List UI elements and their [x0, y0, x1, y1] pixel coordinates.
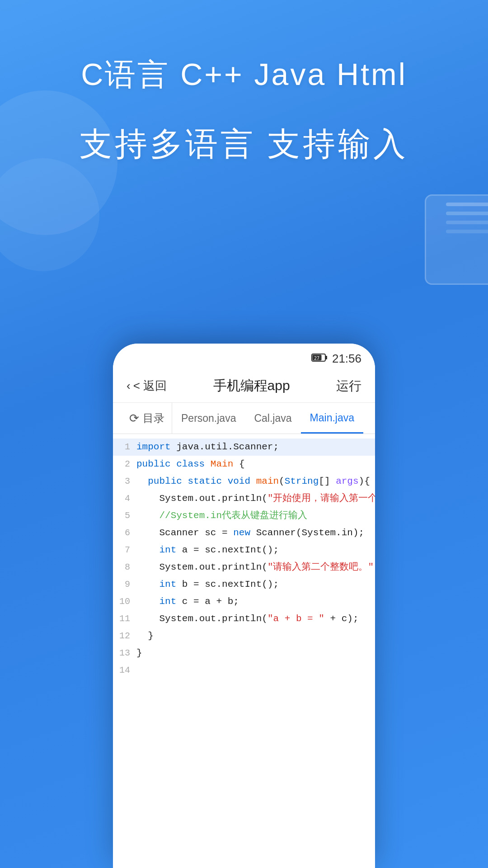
svg-text:27: 27: [314, 356, 319, 361]
code-line-10: 10 int c = a + b;: [113, 593, 375, 610]
code-line-2: 2 public class Main {: [113, 456, 375, 473]
tab-cal-java[interactable]: Cal.java: [245, 404, 300, 433]
code-line-7: 7 int a = sc.nextInt();: [113, 542, 375, 559]
status-bar: 27 21:56: [113, 344, 375, 369]
code-line-12: 12 }: [113, 627, 375, 645]
code-line-13: 13 }: [113, 645, 375, 662]
back-label: < 返回: [133, 378, 167, 394]
code-editor: 1 import java.util.Scanner; 2 public cla…: [113, 434, 375, 684]
code-line-5: 5 //System.in代表从键盘进行输入: [113, 507, 375, 524]
phone-mockup: 27 21:56 ‹ < 返回 手机编程app 运行 ⟳ 目录 Person.j…: [113, 344, 375, 868]
code-line-3: 3 public static void main(String[] args)…: [113, 473, 375, 490]
tab-folder[interactable]: ⟳ 目录: [122, 403, 172, 434]
battery-indicator: 27: [311, 353, 328, 365]
hero-subtitle: 支持多语言 支持输入: [0, 123, 488, 166]
code-line-14: 14: [113, 662, 375, 679]
bg-decoration-tablet: [425, 194, 488, 285]
code-line-8: 8 System.out.println("请输入第二个整数吧。");: [113, 559, 375, 576]
phone-inner: 27 21:56 ‹ < 返回 手机编程app 运行 ⟳ 目录 Person.j…: [113, 344, 375, 868]
status-time: 21:56: [332, 352, 361, 366]
svg-rect-1: [325, 356, 327, 359]
code-line-4: 4 System.out.println("开始使用，请输入第一个整数吧。");: [113, 490, 375, 507]
code-line-11: 11 System.out.println("a + b = " + c);: [113, 610, 375, 627]
tab-main-java[interactable]: Main.java: [301, 404, 363, 434]
folder-label: 目录: [143, 411, 164, 425]
back-button[interactable]: ‹ < 返回: [127, 378, 167, 394]
code-line-9: 9 int b = sc.nextInt();: [113, 576, 375, 593]
folder-icon: ⟳: [129, 411, 139, 425]
hero-title: C语言 C++ Java Html: [0, 54, 488, 95]
hero-section: C语言 C++ Java Html 支持多语言 支持输入: [0, 54, 488, 166]
back-chevron: ‹: [127, 379, 131, 393]
tabs-bar: ⟳ 目录 Person.java Cal.java Main.java: [113, 403, 375, 434]
code-line-6: 6 Scanner sc = new Scanner(System.in);: [113, 524, 375, 542]
run-button[interactable]: 运行: [336, 377, 361, 395]
tab-person-java[interactable]: Person.java: [172, 404, 245, 433]
app-title: 手机编程app: [213, 377, 290, 395]
app-header: ‹ < 返回 手机编程app 运行: [113, 369, 375, 403]
code-line-1: 1 import java.util.Scanner;: [113, 439, 375, 456]
